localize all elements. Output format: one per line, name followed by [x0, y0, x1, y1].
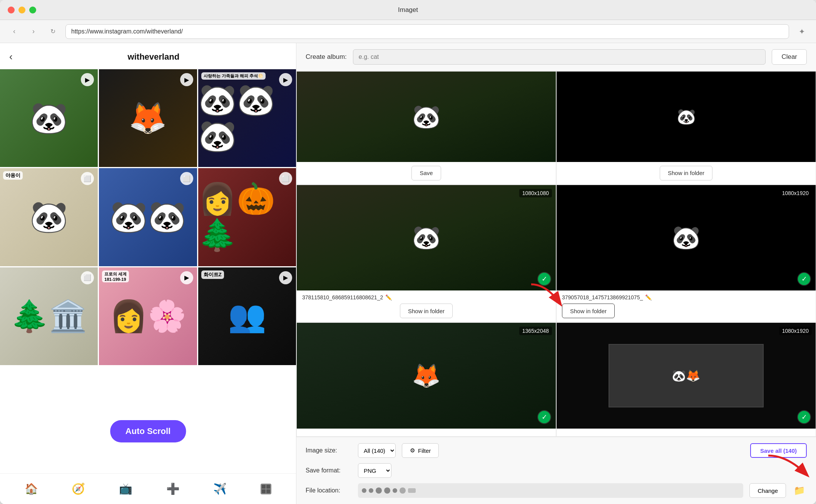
feed-item-badge: 프로의 세계181-199-19 — [102, 270, 129, 282]
nav-compass-icon[interactable]: 🧭 — [72, 482, 85, 495]
url-input[interactable] — [65, 24, 789, 39]
saved-item-info: Save — [297, 162, 556, 184]
nav-home-icon[interactable]: 🏠 — [25, 482, 38, 495]
path-segment — [369, 488, 373, 493]
bookmark-icon[interactable]: ✦ — [795, 25, 808, 38]
browser-bar: ‹ › ↻ ✦ — [0, 20, 816, 43]
feed-item[interactable]: 🐼 ▶ — [0, 69, 98, 167]
saved-item-dimensions: 1365x2048 — [519, 327, 552, 335]
feed-item-overlay-icon: ▶ — [279, 73, 292, 86]
bottom-nav: 🏠 🧭 📺 ➕ ✈️ — [0, 473, 296, 504]
clear-button[interactable]: Clear — [772, 49, 807, 65]
check-icon: ✓ — [798, 273, 810, 285]
close-button[interactable] — [8, 7, 15, 13]
save-format-label: Save format: — [306, 467, 352, 474]
path-segment — [393, 488, 397, 493]
saved-item-dimensions: 1080x1080 — [519, 189, 552, 197]
saved-item-filename: 379057018_1475713869921075_ ✏️ — [562, 294, 810, 300]
saved-item: 1080x1080 🐼 ✓ 378115810_686859116808621_… — [296, 185, 556, 323]
saved-item-info: 379057018_1475713869921075_ ✏️ Show in f… — [557, 290, 816, 322]
feed-item[interactable]: 🦊 ▶ — [99, 69, 197, 167]
saved-item-filename: 378115810_686859116808621_2 ✏️ — [302, 294, 550, 300]
save-button[interactable]: Save — [411, 166, 441, 180]
forward-button[interactable]: › — [27, 25, 40, 38]
feed-panel: ‹ witheverland 🐼 ▶ 🦊 ▶ 🐼🐼🐼 — [0, 43, 296, 504]
toolbar-row-3: File location: Change 📁 — [306, 483, 807, 498]
path-segment — [408, 488, 416, 493]
saved-item-info: Show in folder — [557, 162, 816, 184]
main-content: ‹ witheverland 🐼 ▶ 🦊 ▶ 🐼🐼🐼 — [0, 43, 816, 504]
path-segment — [400, 487, 406, 494]
saved-item-image: 🐼 — [297, 72, 556, 162]
saved-item-image: 1080x1920 🐼 ✓ — [557, 185, 816, 291]
maximize-button[interactable] — [29, 7, 36, 13]
saved-item: 🐼 Show in folder — [556, 71, 816, 185]
traffic-lights — [8, 7, 36, 13]
feed-item[interactable]: 👩🌸 ▶ 프로의 세계181-199-19 — [99, 267, 197, 365]
feed-item[interactable]: 🐼 ⬜ 야옹이 — [0, 168, 98, 266]
save-all-button[interactable]: Save all (140) — [750, 443, 807, 458]
album-input[interactable] — [353, 49, 766, 65]
show-in-folder-button[interactable]: Show in folder — [660, 166, 712, 180]
feed-item[interactable]: 🐼🐼 ⬜ — [99, 168, 197, 266]
filter-button[interactable]: ⚙ Filter — [402, 443, 439, 458]
path-segment — [362, 488, 366, 493]
feed-item-overlay-icon: ▶ — [180, 73, 193, 86]
edit-filename-icon[interactable]: ✏️ — [645, 294, 652, 300]
saved-item-thumbnail: 🐼🦊 — [557, 323, 816, 429]
back-button[interactable]: ‹ — [8, 25, 21, 38]
saved-images-grid: 🐼 Save 🐼 Show in folder — [296, 71, 816, 437]
nav-tv-icon[interactable]: 📺 — [119, 482, 132, 495]
folder-icon-button[interactable]: 📁 — [792, 483, 807, 498]
saved-item-thumbnail: 🐼 — [557, 72, 816, 162]
saved-item: 🐼 Save — [296, 71, 556, 185]
edit-filename-icon[interactable]: ✏️ — [385, 294, 392, 300]
saved-item-image: 1365x2048 🦊 ✓ — [297, 323, 556, 429]
profile-name: witheverland — [20, 52, 287, 62]
saved-item: 1365x2048 🦊 ✓ — [296, 322, 556, 437]
nav-grid-icon[interactable] — [261, 484, 271, 494]
saved-item-image: 1080x1080 🐼 ✓ — [297, 185, 556, 291]
minimize-button[interactable] — [18, 7, 25, 13]
check-icon: ✓ — [538, 411, 550, 423]
feed-item-badge: 화이트Z — [201, 270, 224, 279]
saved-item-check: ✓ — [537, 410, 551, 424]
feed-item[interactable]: 👩🎃🌲 ⬜ — [198, 168, 296, 266]
filter-icon: ⚙ — [410, 447, 415, 454]
bottom-toolbar: Image size: All (140) Large Medium Small… — [296, 437, 816, 504]
check-icon: ✓ — [538, 273, 550, 285]
path-segment — [376, 487, 382, 494]
feed-item[interactable]: 👥 ▶ 화이트Z — [198, 267, 296, 365]
nav-add-icon[interactable]: ➕ — [166, 482, 180, 495]
nav-send-icon[interactable]: ✈️ — [213, 482, 227, 495]
saved-item-thumbnail: 🐼 — [557, 185, 816, 291]
file-location-label: File location: — [306, 487, 352, 494]
feed-item[interactable]: 🐼🐼🐼 ▶ 사랑하는 가족들과 해피 추석🌕 — [198, 69, 296, 167]
folder-icon: 📁 — [794, 485, 805, 496]
saved-item-info: 378115810_686859116808621_2 ✏️ Show in f… — [297, 290, 556, 322]
save-format-select[interactable]: PNG JPG WEBP — [358, 463, 391, 478]
app-window: Imaget ‹ › ↻ ✦ ‹ witheverland 🐼 ▶ — [0, 0, 816, 504]
saved-item-check: ✓ — [797, 410, 811, 424]
saved-item-thumbnail: 🦊 — [297, 323, 556, 429]
image-size-label: Image size: — [306, 447, 352, 454]
feed-item-overlay-icon: ⬜ — [180, 172, 193, 185]
feed-item[interactable]: 🌲🏛️ ⬜ — [0, 267, 98, 365]
saved-item-thumbnail: 🐼 — [297, 72, 556, 162]
feed-back-button[interactable]: ‹ — [9, 51, 13, 63]
saved-item-thumbnail: 🐼 — [297, 185, 556, 291]
show-in-folder-button[interactable]: Show in folder — [400, 304, 453, 318]
right-panel: Create album: Clear 🐼 Save — [296, 43, 816, 504]
feed-grid: 🐼 ▶ 🦊 ▶ 🐼🐼🐼 ▶ 사랑하는 가족들과 해피 추석🌕 🐼 — [0, 69, 296, 365]
path-segment — [384, 487, 390, 494]
show-in-folder-button-highlighted[interactable]: Show in folder — [562, 304, 615, 318]
auto-scroll-button[interactable]: Auto Scroll — [110, 420, 186, 442]
refresh-button[interactable]: ↻ — [46, 25, 59, 38]
toolbar-row-2: Save format: PNG JPG WEBP — [306, 463, 807, 478]
feed-item-badge: 야옹이 — [3, 171, 23, 180]
window-title: Imaget — [398, 6, 418, 14]
saved-item-info — [297, 429, 556, 436]
change-button[interactable]: Change — [749, 483, 786, 498]
image-size-select[interactable]: All (140) Large Medium Small — [358, 443, 396, 458]
feed-header: ‹ witheverland — [0, 43, 296, 69]
